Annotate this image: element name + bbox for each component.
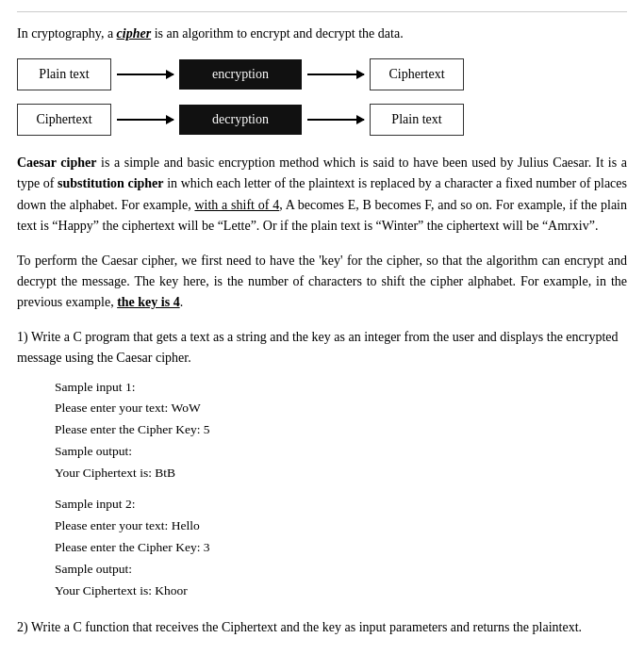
intro-text-before: In cryptography, a [17,26,117,41]
ciphertext-input-box: Ciphertext [17,104,111,136]
plaintext-input-box: Plain text [17,58,111,90]
cipher-word: cipher [117,26,152,41]
shift-term: with a shift of 4 [194,198,279,212]
sample-2-output-header: Sample output: [55,559,627,581]
sample-2-line2: Please enter the Cipher Key: 3 [55,537,627,559]
decryption-row: Ciphertext decryption Plain text [17,104,627,136]
decryption-box: decryption [179,105,302,135]
cipher-diagram: Plain text encryption Ciphertext Ciphert… [17,58,627,136]
plaintext-input-label: Plain text [39,67,89,81]
top-border [17,11,627,12]
sample-1-header: Sample input 1: [55,377,627,399]
arrow-1 [117,74,173,75]
sample-2: Sample input 2: Please enter your text: … [55,494,627,602]
arrow-2 [307,74,364,75]
substitution-term: substitution cipher [58,176,164,190]
caesar-cipher-term: Caesar cipher [17,155,96,170]
q1-samples: Sample input 1: Please enter your text: … [55,377,627,602]
question-2-text: 2) Write a C function that receives the … [17,617,627,638]
question-1: 1) Write a C program that gets a text as… [17,327,627,602]
key-paragraph: To perform the Caesar cipher, we first n… [17,251,627,314]
q1-number: 1) [17,330,31,344]
encryption-box: encryption [179,59,302,90]
caesar-description: Caesar cipher is a simple and basic encr… [17,153,627,237]
sample-1: Sample input 1: Please enter your text: … [55,377,627,485]
plaintext-output-label: Plain text [391,112,441,126]
ciphertext-input-label: Ciphertext [36,112,91,126]
questions-list: 1) Write a C program that gets a text as… [17,327,627,639]
sample-1-output-header: Sample output: [55,441,627,463]
q2-body: Write a C function that receives the Cip… [31,620,582,634]
arrow-line-4 [307,119,364,121]
arrow-line-2 [307,74,364,75]
question-2: 2) Write a C function that receives the … [17,617,627,638]
intro-text-after: is an algorithm to encrypt and decrypt t… [151,26,403,41]
intro-paragraph: In cryptography, a cipher is an algorith… [17,24,627,43]
sample-2-output: Your Ciphertext is: Khoor [55,581,627,602]
ciphertext-output-box: Ciphertext [370,58,464,90]
q1-body: Write a C program that gets a text as a … [17,330,619,365]
sample-1-line1: Please enter your text: WoW [55,398,627,419]
sample-1-line2: Please enter the Cipher Key: 5 [55,419,627,441]
key-is-4: the key is 4 [117,295,180,309]
question-1-text: 1) Write a C program that gets a text as… [17,327,627,369]
key-period: . [180,295,184,309]
encryption-row: Plain text encryption Ciphertext [17,58,627,90]
sample-2-line1: Please enter your text: Hello [55,516,627,537]
sample-2-header: Sample input 2: [55,494,627,516]
plaintext-output-box: Plain text [370,104,464,136]
key-text: To perform the Caesar cipher, we first n… [17,254,627,310]
sample-1-output: Your Ciphertext is: BtB [55,463,627,484]
arrow-line-3 [117,119,173,121]
arrow-3 [117,119,173,121]
arrow-4 [307,119,364,121]
arrow-line-1 [117,74,173,75]
q2-number: 2) [17,620,31,634]
encryption-label: encryption [212,67,269,81]
decryption-label: decryption [212,112,269,126]
ciphertext-output-label: Ciphertext [388,67,444,81]
